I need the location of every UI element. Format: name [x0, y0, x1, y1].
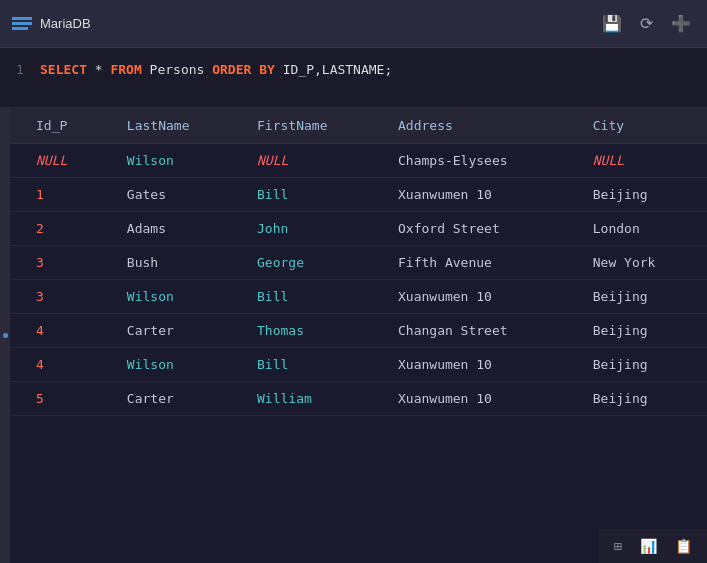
cell-address: Xuanwumen 10: [382, 348, 577, 382]
cell-id: 2: [10, 212, 111, 246]
cell-firstname: Bill: [241, 348, 382, 382]
title-bar: MariaDB 💾 ⟳ ➕: [0, 0, 707, 48]
chart-view-button[interactable]: 📊: [635, 535, 662, 557]
add-button[interactable]: ➕: [667, 10, 695, 37]
mariadb-icon: [12, 17, 32, 31]
cell-address: Changan Street: [382, 314, 577, 348]
col-dot: [3, 333, 8, 338]
col-lastname: LastName: [111, 108, 241, 144]
cell-lastname: Gates: [111, 178, 241, 212]
cell-lastname: Bush: [111, 246, 241, 280]
cell-firstname: NULL: [241, 144, 382, 178]
cell-id: 3: [10, 246, 111, 280]
cell-city: NULL: [577, 144, 707, 178]
cell-address: Xuanwumen 10: [382, 382, 577, 416]
cell-firstname: Bill: [241, 178, 382, 212]
cell-firstname: William: [241, 382, 382, 416]
line-number: 1: [16, 60, 28, 81]
title-actions: 💾 ⟳ ➕: [598, 10, 695, 37]
app-title: MariaDB: [40, 16, 91, 31]
cell-id: NULL: [10, 144, 111, 178]
grid-view-button[interactable]: ⊞: [609, 535, 627, 557]
result-area: Id_P LastName FirstName Address City NUL…: [0, 108, 707, 563]
cell-lastname: Wilson: [111, 280, 241, 314]
cell-city: Beijing: [577, 382, 707, 416]
table-row: NULL Wilson NULL Champs-Elysees NULL: [10, 144, 707, 178]
table-container: Id_P LastName FirstName Address City NUL…: [10, 108, 707, 561]
cell-city: Beijing: [577, 280, 707, 314]
export-button[interactable]: 📋: [670, 535, 697, 557]
cell-id: 4: [10, 314, 111, 348]
cell-city: Beijing: [577, 348, 707, 382]
table-row: 4 Carter Thomas Changan Street Beijing: [10, 314, 707, 348]
sql-line-1: 1 SELECT * FROM Persons ORDER BY ID_P,LA…: [16, 60, 691, 81]
cell-id: 4: [10, 348, 111, 382]
results-table: Id_P LastName FirstName Address City NUL…: [10, 108, 707, 416]
cell-firstname: John: [241, 212, 382, 246]
table-row: 1 Gates Bill Xuanwumen 10 Beijing: [10, 178, 707, 212]
cell-id: 5: [10, 382, 111, 416]
table-body: NULL Wilson NULL Champs-Elysees NULL 1 G…: [10, 144, 707, 416]
cell-firstname: Bill: [241, 280, 382, 314]
cell-id: 3: [10, 280, 111, 314]
cell-lastname: Carter: [111, 382, 241, 416]
cell-address: Xuanwumen 10: [382, 280, 577, 314]
col-firstname: FirstName: [241, 108, 382, 144]
sql-content: SELECT * FROM Persons ORDER BY ID_P,LAST…: [40, 60, 392, 81]
header-row: Id_P LastName FirstName Address City: [10, 108, 707, 144]
cell-city: Beijing: [577, 314, 707, 348]
cell-firstname: Thomas: [241, 314, 382, 348]
title-left: MariaDB: [12, 16, 91, 31]
table-row: 2 Adams John Oxford Street London: [10, 212, 707, 246]
cell-city: Beijing: [577, 178, 707, 212]
cell-lastname: Wilson: [111, 348, 241, 382]
cell-address: Oxford Street: [382, 212, 577, 246]
cell-city: London: [577, 212, 707, 246]
cell-lastname: Wilson: [111, 144, 241, 178]
cell-address: Fifth Avenue: [382, 246, 577, 280]
cell-id: 1: [10, 178, 111, 212]
bottom-toolbar: ⊞ 📊 📋: [599, 529, 707, 563]
col-id: Id_P: [10, 108, 111, 144]
save-button[interactable]: 💾: [598, 10, 626, 37]
sql-editor[interactable]: 1 SELECT * FROM Persons ORDER BY ID_P,LA…: [0, 48, 707, 108]
table-row: 5 Carter William Xuanwumen 10 Beijing: [10, 382, 707, 416]
cell-lastname: Adams: [111, 212, 241, 246]
table-row: 4 Wilson Bill Xuanwumen 10 Beijing: [10, 348, 707, 382]
cell-address: Champs-Elysees: [382, 144, 577, 178]
cell-firstname: George: [241, 246, 382, 280]
cell-city: New York: [577, 246, 707, 280]
table-header: Id_P LastName FirstName Address City: [10, 108, 707, 144]
col-address: Address: [382, 108, 577, 144]
table-row: 3 Wilson Bill Xuanwumen 10 Beijing: [10, 280, 707, 314]
cell-address: Xuanwumen 10: [382, 178, 577, 212]
table-row: 3 Bush George Fifth Avenue New York: [10, 246, 707, 280]
refresh-button[interactable]: ⟳: [636, 10, 657, 37]
col-indicator: [0, 108, 10, 563]
col-city: City: [577, 108, 707, 144]
cell-lastname: Carter: [111, 314, 241, 348]
